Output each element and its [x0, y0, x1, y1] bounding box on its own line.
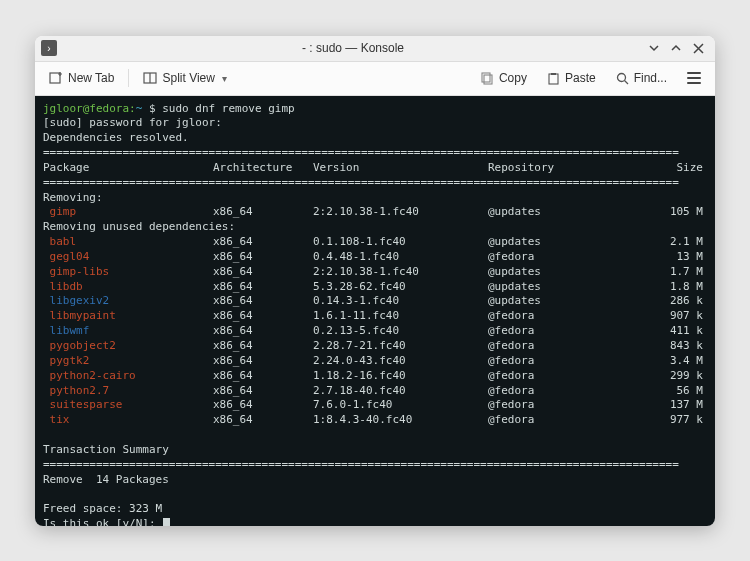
pkg-name: libgexiv2 [43, 294, 213, 309]
prompt-userhost: jgloor@fedora [43, 102, 129, 115]
svg-line-8 [624, 80, 628, 84]
chevron-down-icon [648, 42, 660, 54]
pkg-repo: @fedora [488, 309, 603, 324]
pkg-name: gimp-libs [43, 265, 213, 280]
freed-space-line: Freed space: 323 M [43, 502, 162, 515]
rule-line: ========================================… [43, 146, 679, 159]
pkg-arch: x86_64 [213, 339, 313, 354]
pkg-repo: @fedora [488, 413, 603, 428]
menu-button[interactable] [679, 68, 709, 88]
table-row: suitesparsex86_647.6.0-1.fc40@fedora137 … [43, 398, 707, 413]
svg-rect-3 [484, 75, 492, 84]
pkg-size: 2.1 M [603, 235, 707, 250]
pkg-size: 907 k [603, 309, 707, 324]
pkg-size: 1.8 M [603, 280, 707, 295]
pkg-arch: x86_64 [213, 398, 313, 413]
transaction-summary-label: Transaction Summary [43, 443, 169, 456]
table-row: gegl04x86_640.4.48-1.fc40@fedora13 M [43, 250, 707, 265]
pkg-version: 1.6.1-11.fc40 [313, 309, 488, 324]
new-tab-button[interactable]: New Tab [41, 67, 122, 89]
table-row: python2-cairox86_641.18.2-16.fc40@fedora… [43, 369, 707, 384]
pkg-version: 7.6.0-1.fc40 [313, 398, 488, 413]
prompt-glyph-icon: › [47, 43, 50, 54]
pkg-repo: @fedora [488, 250, 603, 265]
split-view-button[interactable]: Split View ▾ [135, 67, 234, 89]
split-view-icon [143, 71, 157, 85]
pkg-arch: x86_64 [213, 354, 313, 369]
find-button[interactable]: Find... [608, 67, 675, 89]
header-package: Package [43, 161, 213, 176]
table-row: gimpx86_642:2.10.38-1.fc40@updates105 M [43, 205, 707, 220]
konsole-window: › - : sudo — Konsole New Tab Split View … [35, 36, 715, 526]
pkg-version: 0.1.108-1.fc40 [313, 235, 488, 250]
close-button[interactable] [687, 37, 709, 59]
pkg-size: 105 M [603, 205, 707, 220]
pkg-version: 0.14.3-1.fc40 [313, 294, 488, 309]
header-arch: Architecture [213, 161, 313, 176]
pkg-version: 0.4.48-1.fc40 [313, 250, 488, 265]
table-row: libwmfx86_640.2.13-5.fc40@fedora411 k [43, 324, 707, 339]
pkg-arch: x86_64 [213, 324, 313, 339]
toolbar-separator [128, 69, 129, 87]
pkg-name: python2-cairo [43, 369, 213, 384]
pkg-size: 411 k [603, 324, 707, 339]
pkg-name: gimp [43, 205, 213, 220]
pkg-size: 286 k [603, 294, 707, 309]
pkg-arch: x86_64 [213, 280, 313, 295]
svg-rect-5 [549, 74, 558, 84]
table-row: pygtk2x86_642.24.0-43.fc40@fedora3.4 M [43, 354, 707, 369]
header-size: Size [603, 161, 707, 176]
sudo-password-line: [sudo] password for jgloor: [43, 116, 222, 129]
new-tab-label: New Tab [68, 71, 114, 85]
pkg-name: gegl04 [43, 250, 213, 265]
pkg-arch: x86_64 [213, 235, 313, 250]
new-tab-icon [49, 71, 63, 85]
pkg-version: 2:2.10.38-1.fc40 [313, 265, 488, 280]
pkg-arch: x86_64 [213, 369, 313, 384]
pkg-repo: @fedora [488, 339, 603, 354]
split-view-label: Split View [162, 71, 214, 85]
pkg-name: python2.7 [43, 384, 213, 399]
rule-line: ========================================… [43, 176, 679, 189]
window-title: - : sudo — Konsole [63, 41, 643, 55]
header-repo: Repository [488, 161, 603, 176]
pkg-size: 1.7 M [603, 265, 707, 280]
pkg-size: 977 k [603, 413, 707, 428]
pkg-name: libwmf [43, 324, 213, 339]
header-version: Version [313, 161, 488, 176]
pkg-repo: @fedora [488, 384, 603, 399]
pkg-size: 299 k [603, 369, 707, 384]
minimize-button[interactable] [643, 37, 665, 59]
pkg-repo: @updates [488, 280, 603, 295]
pkg-repo: @updates [488, 235, 603, 250]
paste-button[interactable]: Paste [539, 67, 604, 89]
toolbar: New Tab Split View ▾ Copy Paste Find... [35, 62, 715, 96]
copy-button[interactable]: Copy [473, 67, 535, 89]
pkg-arch: x86_64 [213, 309, 313, 324]
hamburger-icon [687, 72, 701, 84]
pkg-size: 843 k [603, 339, 707, 354]
removing-section: Removing: [43, 191, 103, 204]
pkg-version: 5.3.28-62.fc40 [313, 280, 488, 295]
table-row: python2.7x86_642.7.18-40.fc40@fedora56 M [43, 384, 707, 399]
pkg-repo: @updates [488, 265, 603, 280]
removing-unused-section: Removing unused dependencies: [43, 220, 235, 233]
pkg-name: babl [43, 235, 213, 250]
pkg-name: libmypaint [43, 309, 213, 324]
pkg-version: 2.24.0-43.fc40 [313, 354, 488, 369]
chevron-down-icon: ▾ [222, 73, 227, 84]
titlebar: › - : sudo — Konsole [35, 36, 715, 62]
svg-point-7 [617, 73, 625, 81]
maximize-button[interactable] [665, 37, 687, 59]
pkg-version: 1.18.2-16.fc40 [313, 369, 488, 384]
pkg-repo: @updates [488, 294, 603, 309]
pkg-version: 2.7.18-40.fc40 [313, 384, 488, 399]
pkg-name: pygobject2 [43, 339, 213, 354]
table-row: tixx86_641:8.4.3-40.fc40@fedora977 k [43, 413, 707, 428]
pkg-arch: x86_64 [213, 413, 313, 428]
terminal-output[interactable]: jgloor@fedora:~ $ sudo dnf remove gimp [… [35, 96, 715, 526]
pkg-version: 0.2.13-5.fc40 [313, 324, 488, 339]
pkg-arch: x86_64 [213, 265, 313, 280]
command-text: sudo dnf remove gimp [162, 102, 294, 115]
deps-resolved-line: Dependencies resolved. [43, 131, 189, 144]
